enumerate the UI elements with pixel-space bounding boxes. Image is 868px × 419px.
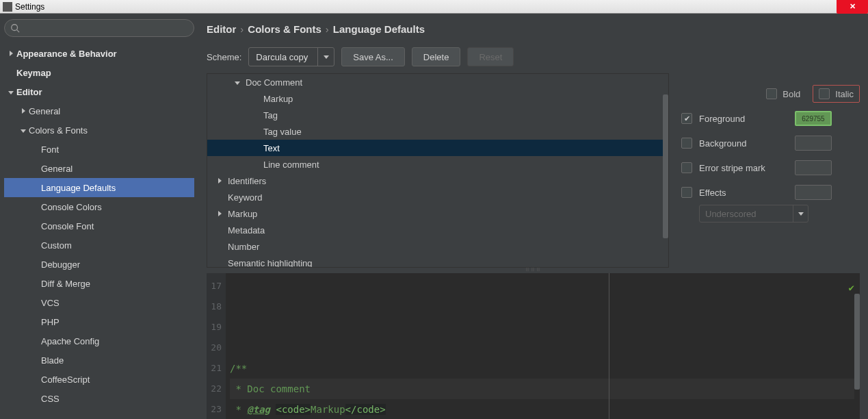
sidebar-item-appearance-behavior[interactable]: Appearance & Behavior [4,44,194,63]
line-number: 21 [207,358,222,379]
effects-color-swatch[interactable] [795,185,832,200]
search-input[interactable] [4,19,194,37]
sidebar-item-general[interactable]: General [4,159,194,178]
splitter-handle[interactable]: ⠿⠿⠿ [207,268,860,272]
tree-label: General [41,164,73,174]
background-label: Background [699,138,788,149]
reset-button[interactable]: Reset [467,47,514,66]
tree-label: Language Defaults [41,183,116,193]
attr-item-metadata[interactable]: Metadata [207,222,668,238]
chevron-right-icon [214,177,225,185]
attr-item-tag[interactable]: Tag [207,107,668,123]
effects-type-combo[interactable]: Underscored [699,205,808,223]
sidebar-item-apache-config[interactable]: Apache Config [4,331,194,351]
settings-sidebar: Appearance & BehaviorKeymapEditorGeneral… [0,14,198,419]
delete-button[interactable]: Delete [412,47,461,66]
errorstripe-color-swatch[interactable] [795,160,832,175]
tree-label: Editor [16,87,42,97]
chevron-right-icon [18,107,29,115]
errorstripe-checkbox[interactable] [681,162,692,173]
bold-checkbox[interactable] [766,88,777,99]
tree-label: Console Font [41,221,94,231]
attr-label: Semantic highlighting [228,258,313,268]
tree-label: Colors & Fonts [29,125,88,136]
scheme-label: Scheme: [207,52,241,62]
italic-highlight: Italic [813,85,860,103]
attr-item-number[interactable]: Number [207,238,668,255]
tree-label: Apache Config [41,336,99,346]
attr-label: Identifiers [228,176,266,186]
scrollbar-thumb[interactable] [663,94,668,238]
gutter: 17181920212223 [207,273,226,419]
combo-handle[interactable] [317,48,334,66]
sidebar-item-general[interactable]: General [4,101,194,120]
tree-label: Custom [41,240,72,251]
attr-label: Keyword [228,192,263,203]
attribute-tree: Doc CommentMarkupTagTag valueTextLine co… [207,73,669,268]
sidebar-item-css[interactable]: CSS [4,389,194,408]
attr-item-tag-value[interactable]: Tag value [207,123,668,140]
breadcrumb-colors: Colors & Fonts [248,23,321,35]
sidebar-item-keymap[interactable]: Keymap [4,63,194,82]
attr-item-doc-comment[interactable]: Doc Comment [207,74,668,90]
attr-item-keyword[interactable]: Keyword [207,189,668,205]
line-number: 18 [207,296,222,317]
sidebar-item-debugger[interactable]: Debugger [4,255,194,274]
app-icon [3,2,12,12]
code-line: /** [230,358,854,379]
tree-label: Appearance & Behavior [16,49,117,59]
code-lines[interactable]: ✔ /** * Doc comment * @tag <code>Markup<… [226,273,860,419]
line-number: 17 [207,276,222,296]
tree-label: PHP [41,317,60,327]
save-as-button[interactable]: Save As... [341,47,405,66]
errorstripe-label: Error stripe mark [699,163,788,173]
attr-label: Metadata [228,225,265,236]
attr-item-markup[interactable]: Markup [207,90,668,107]
attr-item-identifiers[interactable]: Identifiers [207,173,668,189]
background-checkbox[interactable] [681,138,692,149]
attr-label: Text [263,143,280,153]
close-button[interactable]: ✕ [837,0,868,14]
code-scrollbar-thumb[interactable] [854,294,860,390]
settings-tree: Appearance & BehaviorKeymapEditorGeneral… [4,44,194,419]
sidebar-item-custom[interactable]: Custom [4,236,194,255]
effects-type-value: Underscored [700,209,793,219]
tree-label: General [29,106,60,116]
sidebar-item-blade[interactable]: Blade [4,351,194,370]
chevron-down-icon [324,55,329,59]
window-titlebar: Settings ✕ [0,0,868,14]
effects-checkbox[interactable] [681,187,692,198]
sidebar-item-diff-merge[interactable]: Diff & Merge [4,274,194,293]
foreground-color-swatch[interactable]: 629755 [795,111,832,126]
attr-label: Number [228,242,259,252]
attr-label: Tag [263,110,278,120]
inspection-ok-icon: ✔ [849,277,854,298]
svg-point-0 [12,25,18,31]
line-number: 22 [207,379,222,399]
sidebar-item-console-font[interactable]: Console Font [4,216,194,236]
sidebar-item-coffeescript[interactable]: CoffeeScript [4,370,194,389]
sidebar-item-vcs[interactable]: VCS [4,293,194,312]
sidebar-item-colors-fonts[interactable]: Colors & Fonts [4,120,194,140]
attr-item-markup[interactable]: Markup [207,205,668,222]
sidebar-item-console-colors[interactable]: Console Colors [4,197,194,216]
tree-label: Diff & Merge [41,279,90,289]
tree-label: CoffeeScript [41,374,90,385]
attr-item-semantic-highlighting[interactable]: Semantic highlighting [207,255,668,267]
search-icon [10,23,20,33]
sidebar-item-font[interactable]: Font [4,140,194,159]
attr-label: Markup [228,209,257,219]
bold-label: Bold [782,89,800,99]
window-title: Settings [15,2,44,12]
tree-label: Keymap [16,68,51,78]
sidebar-item-editor[interactable]: Editor [4,82,194,101]
tree-label: VCS [41,298,60,308]
foreground-checkbox[interactable] [681,113,692,124]
attr-item-text[interactable]: Text [207,140,668,156]
background-color-swatch[interactable] [795,136,832,151]
scheme-combo[interactable]: Darcula copy [248,47,334,66]
italic-checkbox[interactable] [819,88,830,99]
sidebar-item-language-defaults[interactable]: Language Defaults [4,178,194,197]
sidebar-item-php[interactable]: PHP [4,312,194,331]
attr-item-line-comment[interactable]: Line comment [207,156,668,173]
